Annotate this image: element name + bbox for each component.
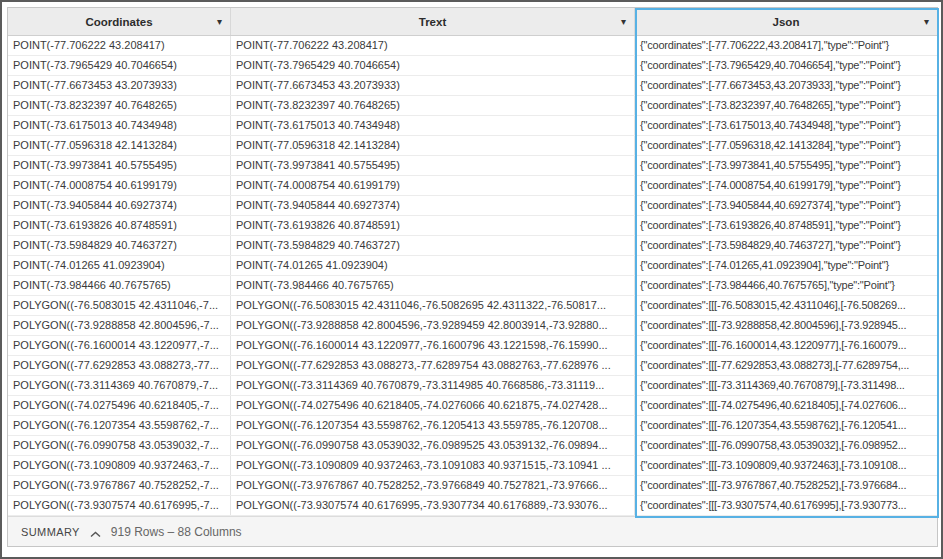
table-row[interactable]: POINT(-73.9973841 40.5755495) POINT(-73.…: [8, 156, 937, 176]
cell-coordinates[interactable]: POINT(-77.706222 43.208417): [8, 36, 231, 55]
cell-json[interactable]: {"coordinates":[-73.5984829,40.7463727],…: [635, 236, 937, 255]
cell-coordinates[interactable]: POLYGON((-73.1090809 40.9372463,-7...: [8, 456, 231, 475]
cell-trext[interactable]: POINT(-73.7965429 40.7046654): [231, 56, 635, 75]
table-row[interactable]: POINT(-73.6175013 40.7434948) POINT(-73.…: [8, 116, 937, 136]
table-row[interactable]: POLYGON((-73.1090809 40.9372463,-7... PO…: [8, 456, 937, 476]
cell-trext[interactable]: POLYGON((-76.1600014 43.1220977,-76.1600…: [231, 336, 635, 355]
cell-json[interactable]: {"coordinates":[[[-76.1207354,43.5598762…: [635, 416, 937, 435]
table-row[interactable]: POLYGON((-77.6292853 43.088273,-77... PO…: [8, 356, 937, 376]
cell-json[interactable]: {"coordinates":[-73.7965429,40.7046654],…: [635, 56, 937, 75]
cell-json[interactable]: {"coordinates":[-73.8232397,40.7648265],…: [635, 96, 937, 115]
cell-coordinates[interactable]: POLYGON((-76.1207354 43.5598762,-7...: [8, 416, 231, 435]
cell-json[interactable]: {"coordinates":[[[-74.0275496,40.6218405…: [635, 396, 937, 415]
cell-coordinates[interactable]: POINT(-73.6193826 40.8748591): [8, 216, 231, 235]
table-row[interactable]: POLYGON((-73.9288858 42.8004596,-7... PO…: [8, 316, 937, 336]
cell-json[interactable]: {"coordinates":[[[-76.0990758,43.0539032…: [635, 436, 937, 455]
table-row[interactable]: POINT(-73.9405844 40.6927374) POINT(-73.…: [8, 196, 937, 216]
table-row[interactable]: POLYGON((-73.9307574 40.6176995,-7... PO…: [8, 496, 937, 516]
cell-coordinates[interactable]: POINT(-73.5984829 40.7463727): [8, 236, 231, 255]
cell-trext[interactable]: POINT(-73.6175013 40.7434948): [231, 116, 635, 135]
cell-trext[interactable]: POINT(-73.984466 40.7675765): [231, 276, 635, 295]
cell-coordinates[interactable]: POINT(-73.7965429 40.7046654): [8, 56, 231, 75]
table-row[interactable]: POLYGON((-76.0990758 43.0539032,-7... PO…: [8, 436, 937, 456]
chevron-down-icon[interactable]: ▾: [924, 16, 929, 27]
cell-trext[interactable]: POLYGON((-76.1207354 43.5598762,-76.1205…: [231, 416, 635, 435]
cell-coordinates[interactable]: POINT(-73.9405844 40.6927374): [8, 196, 231, 215]
table-row[interactable]: POINT(-73.984466 40.7675765) POINT(-73.9…: [8, 276, 937, 296]
cell-coordinates[interactable]: POLYGON((-74.0275496 40.6218405,-7...: [8, 396, 231, 415]
cell-json[interactable]: {"coordinates":[-73.984466,40.7675765],"…: [635, 276, 937, 295]
cell-trext[interactable]: POLYGON((-73.3114369 40.7670879,-73.3114…: [231, 376, 635, 395]
table-row[interactable]: POLYGON((-73.3114369 40.7670879,-7... PO…: [8, 376, 937, 396]
table-row[interactable]: POLYGON((-76.5083015 42.4311046,-7... PO…: [8, 296, 937, 316]
cell-coordinates[interactable]: POINT(-74.0008754 40.6199179): [8, 176, 231, 195]
table-row[interactable]: POINT(-77.706222 43.208417) POINT(-77.70…: [8, 36, 937, 56]
cell-json[interactable]: {"coordinates":[[[-73.9767867,40.7528252…: [635, 476, 937, 495]
cell-coordinates[interactable]: POLYGON((-77.6292853 43.088273,-77...: [8, 356, 231, 375]
table-row[interactable]: POINT(-74.01265 41.0923904) POINT(-74.01…: [8, 256, 937, 276]
summary-bar[interactable]: SUMMARY 919 Rows – 88 Columns: [8, 516, 937, 546]
cell-coordinates[interactable]: POLYGON((-76.1600014 43.1220977,-7...: [8, 336, 231, 355]
cell-trext[interactable]: POLYGON((-73.9288858 42.8004596,-73.9289…: [231, 316, 635, 335]
cell-json[interactable]: {"coordinates":[-73.6175013,40.7434948],…: [635, 116, 937, 135]
chevron-down-icon[interactable]: ▾: [621, 16, 626, 27]
cell-trext[interactable]: POINT(-77.0596318 42.1413284): [231, 136, 635, 155]
cell-trext[interactable]: POLYGON((-77.6292853 43.088273,-77.62897…: [231, 356, 635, 375]
cell-json[interactable]: {"coordinates":[[[-77.6292853,43.088273]…: [635, 356, 937, 375]
cell-json[interactable]: {"coordinates":[-73.9405844,40.6927374],…: [635, 196, 937, 215]
cell-json[interactable]: {"coordinates":[[[-76.1600014,43.1220977…: [635, 336, 937, 355]
table-row[interactable]: POLYGON((-74.0275496 40.6218405,-7... PO…: [8, 396, 937, 416]
cell-coordinates[interactable]: POINT(-73.9973841 40.5755495): [8, 156, 231, 175]
table-row[interactable]: POINT(-73.6193826 40.8748591) POINT(-73.…: [8, 216, 937, 236]
cell-json[interactable]: {"coordinates":[-74.0008754,40.6199179],…: [635, 176, 937, 195]
cell-json[interactable]: {"coordinates":[-77.6673453,43.2073933],…: [635, 76, 937, 95]
cell-trext[interactable]: POINT(-74.01265 41.0923904): [231, 256, 635, 275]
cell-json[interactable]: {"coordinates":[[[-73.9307574,40.6176995…: [635, 496, 937, 515]
cell-coordinates[interactable]: POINT(-73.984466 40.7675765): [8, 276, 231, 295]
cell-coordinates[interactable]: POLYGON((-73.9307574 40.6176995,-7...: [8, 496, 231, 515]
cell-trext[interactable]: POLYGON((-73.9307574 40.6176995,-73.9307…: [231, 496, 635, 515]
cell-trext[interactable]: POINT(-77.706222 43.208417): [231, 36, 635, 55]
table-row[interactable]: POINT(-73.7965429 40.7046654) POINT(-73.…: [8, 56, 937, 76]
table-row[interactable]: POINT(-73.5984829 40.7463727) POINT(-73.…: [8, 236, 937, 256]
cell-json[interactable]: {"coordinates":[[[-76.5083015,42.4311046…: [635, 296, 937, 315]
cell-json[interactable]: {"coordinates":[-77.0596318,42.1413284],…: [635, 136, 937, 155]
table-row[interactable]: POLYGON((-76.1207354 43.5598762,-7... PO…: [8, 416, 937, 436]
cell-trext[interactable]: POLYGON((-73.9767867 40.7528252,-73.9766…: [231, 476, 635, 495]
cell-coordinates[interactable]: POLYGON((-76.0990758 43.0539032,-7...: [8, 436, 231, 455]
cell-trext[interactable]: POINT(-73.8232397 40.7648265): [231, 96, 635, 115]
column-header-trext[interactable]: Trext ▾: [231, 8, 635, 35]
cell-coordinates[interactable]: POLYGON((-73.9767867 40.7528252,-7...: [8, 476, 231, 495]
table-row[interactable]: POINT(-77.0596318 42.1413284) POINT(-77.…: [8, 136, 937, 156]
table-row[interactable]: POLYGON((-73.9767867 40.7528252,-7... PO…: [8, 476, 937, 496]
cell-json[interactable]: {"coordinates":[-74.01265,41.0923904],"t…: [635, 256, 937, 275]
cell-coordinates[interactable]: POLYGON((-73.3114369 40.7670879,-7...: [8, 376, 231, 395]
table-row[interactable]: POINT(-77.6673453 43.2073933) POINT(-77.…: [8, 76, 937, 96]
cell-json[interactable]: {"coordinates":[-73.9973841,40.5755495],…: [635, 156, 937, 175]
cell-coordinates[interactable]: POINT(-77.6673453 43.2073933): [8, 76, 231, 95]
cell-trext[interactable]: POINT(-73.6193826 40.8748591): [231, 216, 635, 235]
cell-trext[interactable]: POLYGON((-76.5083015 42.4311046,-76.5082…: [231, 296, 635, 315]
cell-trext[interactable]: POINT(-73.9405844 40.6927374): [231, 196, 635, 215]
cell-coordinates[interactable]: POINT(-74.01265 41.0923904): [8, 256, 231, 275]
cell-trext[interactable]: POLYGON((-74.0275496 40.6218405,-74.0276…: [231, 396, 635, 415]
cell-coordinates[interactable]: POLYGON((-73.9288858 42.8004596,-7...: [8, 316, 231, 335]
column-header-coordinates[interactable]: Coordinates ▾: [8, 8, 231, 35]
cell-trext[interactable]: POLYGON((-73.1090809 40.9372463,-73.1091…: [231, 456, 635, 475]
table-row[interactable]: POINT(-74.0008754 40.6199179) POINT(-74.…: [8, 176, 937, 196]
column-header-json[interactable]: Json ▾: [635, 8, 937, 35]
chevron-up-icon[interactable]: [90, 524, 101, 542]
cell-trext[interactable]: POINT(-73.9973841 40.5755495): [231, 156, 635, 175]
cell-json[interactable]: {"coordinates":[[[-73.3114369,40.7670879…: [635, 376, 937, 395]
cell-trext[interactable]: POINT(-73.5984829 40.7463727): [231, 236, 635, 255]
cell-coordinates[interactable]: POINT(-77.0596318 42.1413284): [8, 136, 231, 155]
table-row[interactable]: POINT(-73.8232397 40.7648265) POINT(-73.…: [8, 96, 937, 116]
chevron-down-icon[interactable]: ▾: [217, 16, 222, 27]
cell-json[interactable]: {"coordinates":[[[-73.9288858,42.8004596…: [635, 316, 937, 335]
cell-coordinates[interactable]: POINT(-73.8232397 40.7648265): [8, 96, 231, 115]
cell-json[interactable]: {"coordinates":[[[-73.1090809,40.9372463…: [635, 456, 937, 475]
cell-trext[interactable]: POINT(-77.6673453 43.2073933): [231, 76, 635, 95]
table-row[interactable]: POLYGON((-76.1600014 43.1220977,-7... PO…: [8, 336, 937, 356]
cell-trext[interactable]: POLYGON((-76.0990758 43.0539032,-76.0989…: [231, 436, 635, 455]
cell-coordinates[interactable]: POLYGON((-76.5083015 42.4311046,-7...: [8, 296, 231, 315]
